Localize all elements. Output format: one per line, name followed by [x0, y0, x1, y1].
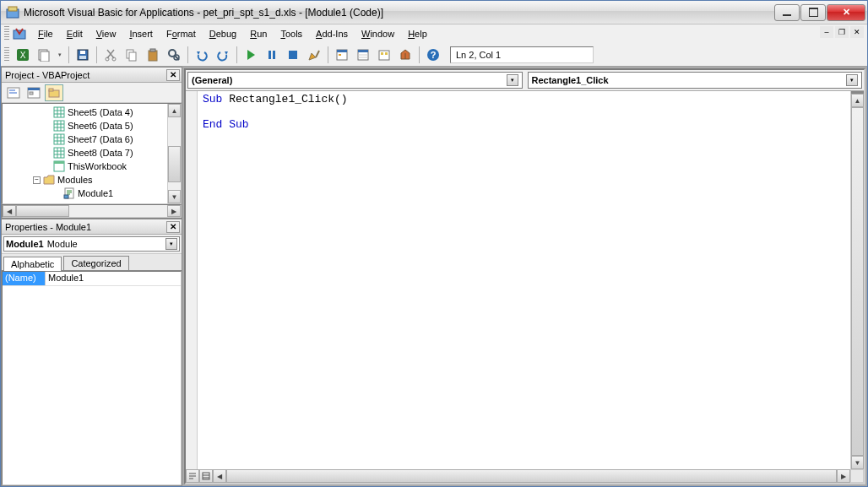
procedure-view-button[interactable] — [186, 469, 199, 483]
svg-rect-31 — [381, 52, 383, 55]
properties-panel-close-button[interactable]: ✕ — [166, 221, 180, 233]
size-grip[interactable] — [850, 469, 864, 483]
scroll-track[interactable] — [851, 107, 864, 456]
project-panel-header: Project - VBAProject ✕ — [2, 68, 182, 83]
dropdown-icon[interactable]: ▾ — [165, 238, 177, 250]
project-panel-close-button[interactable]: ✕ — [166, 69, 180, 81]
scroll-left-button[interactable]: ◀ — [3, 205, 16, 217]
redo-button[interactable] — [214, 46, 232, 64]
help-button[interactable]: ? — [424, 46, 442, 64]
menu-debug[interactable]: Debug — [203, 27, 242, 41]
mdi-close-button[interactable]: ✕ — [850, 26, 864, 38]
object-combo[interactable]: (General) ▾ — [187, 72, 523, 89]
menu-run[interactable]: Run — [244, 27, 273, 41]
menu-addins[interactable]: Add-Ins — [310, 27, 354, 41]
mdi-minimize-button[interactable]: – — [820, 26, 833, 38]
object-selector[interactable]: Module1 Module ▾ — [2, 235, 182, 254]
tree-item-sheet8[interactable]: Sheet8 (Data 7) — [4, 146, 167, 160]
project-panel-title: Project - VBAProject — [5, 70, 166, 80]
dropdown-icon[interactable]: ▾ — [507, 74, 518, 86]
tree-item-sheet7[interactable]: Sheet7 (Data 6) — [4, 133, 167, 146]
tree-vertical-scrollbar[interactable]: ▲ ▼ — [167, 104, 181, 203]
menu-file[interactable]: File — [32, 27, 59, 41]
scroll-track[interactable] — [226, 469, 837, 483]
scroll-up-button[interactable]: ▲ — [168, 104, 181, 117]
scroll-right-button[interactable]: ▶ — [167, 205, 181, 217]
tree-item-sheet6[interactable]: Sheet6 (Data 5) — [4, 119, 167, 133]
property-name-value[interactable]: Module1 — [45, 272, 181, 285]
tree-item-modules-folder[interactable]: − Modules — [4, 173, 167, 187]
scroll-up-button[interactable]: ▲ — [851, 94, 864, 107]
scroll-track[interactable] — [16, 205, 167, 217]
paste-button[interactable] — [144, 46, 162, 64]
scroll-thumb[interactable] — [168, 146, 181, 182]
menu-help[interactable]: Help — [402, 27, 433, 41]
tree-horizontal-scrollbar[interactable]: ◀ ▶ — [2, 204, 182, 218]
scroll-down-button[interactable]: ▼ — [168, 190, 181, 203]
code-vertical-scrollbar[interactable]: ▲ ▼ — [850, 91, 864, 469]
tab-categorized[interactable]: Categorized — [63, 256, 128, 270]
menu-edit[interactable]: Edit — [61, 27, 89, 41]
view-code-button[interactable] — [4, 84, 23, 101]
property-row-name[interactable]: (Name) Module1 — [3, 272, 181, 286]
minimize-button[interactable] — [774, 4, 800, 21]
insert-dropdown[interactable]: ▾ — [56, 51, 64, 58]
svg-rect-70 — [64, 195, 68, 198]
view-object-button[interactable] — [24, 84, 43, 101]
svg-rect-65 — [54, 161, 64, 164]
reset-button[interactable] — [284, 46, 302, 64]
svg-rect-8 — [80, 51, 85, 54]
workbook-icon — [53, 160, 65, 172]
scroll-left-button[interactable]: ◀ — [213, 469, 226, 483]
insert-module-button[interactable] — [35, 46, 53, 64]
menu-view[interactable]: View — [90, 27, 122, 41]
close-button[interactable] — [827, 4, 865, 21]
tree-item-thisworkbook[interactable]: ThisWorkbook — [4, 160, 167, 173]
copy-button[interactable] — [122, 46, 141, 64]
grip-icon — [4, 26, 9, 41]
design-mode-button[interactable] — [305, 46, 323, 64]
svg-rect-40 — [28, 88, 40, 90]
procedure-combo[interactable]: Rectangle1_Click ▾ — [528, 72, 863, 89]
object-browser-button[interactable] — [375, 46, 393, 64]
window-title: Microsoft Visual Basic for Applications … — [24, 7, 773, 19]
scroll-thumb[interactable] — [226, 469, 837, 483]
project-explorer-button[interactable] — [333, 46, 351, 64]
find-button[interactable] — [165, 46, 183, 64]
full-module-view-button[interactable] — [199, 469, 213, 483]
view-excel-button[interactable]: X — [14, 46, 32, 64]
tree-item-sheet5[interactable]: Sheet5 (Data 4) — [4, 106, 167, 119]
properties-window-button[interactable] — [354, 46, 372, 64]
mdi-restore-button[interactable]: ❐ — [835, 26, 849, 38]
menu-tools[interactable]: Tools — [274, 27, 308, 41]
break-button[interactable] — [263, 46, 281, 64]
project-tree[interactable]: Sheet5 (Data 4) Sheet6 (Data 5) Sheet7 (… — [3, 104, 167, 203]
tab-alphabetic[interactable]: Alphabetic — [3, 257, 62, 271]
svg-rect-13 — [129, 52, 136, 61]
undo-button[interactable] — [193, 46, 211, 64]
module-icon — [63, 187, 75, 199]
cut-button[interactable] — [101, 46, 120, 64]
menu-window[interactable]: Window — [355, 27, 400, 41]
scroll-thumb[interactable] — [16, 205, 69, 217]
scroll-track[interactable] — [168, 117, 181, 190]
scroll-right-button[interactable]: ▶ — [837, 469, 850, 483]
collapse-icon[interactable]: − — [33, 176, 41, 184]
toggle-folders-button[interactable] — [45, 84, 63, 101]
svg-rect-20 — [273, 51, 275, 59]
menu-insert[interactable]: Insert — [123, 27, 159, 41]
scroll-thumb[interactable] — [851, 107, 864, 456]
scroll-down-button[interactable]: ▼ — [851, 456, 864, 469]
menubar-app-icon[interactable] — [13, 27, 26, 41]
maximize-button[interactable] — [800, 4, 826, 21]
run-button[interactable] — [241, 46, 260, 64]
code-margin[interactable] — [186, 91, 198, 469]
save-button[interactable] — [73, 46, 92, 64]
code-editor[interactable]: Sub Rectangle1_Click() End Sub — [198, 91, 850, 469]
menu-format[interactable]: Format — [160, 27, 202, 41]
toolbox-button[interactable] — [396, 46, 415, 64]
dropdown-icon[interactable]: ▾ — [846, 74, 858, 86]
tree-item-module1[interactable]: Module1 — [4, 187, 167, 200]
properties-grid[interactable]: (Name) Module1 — [2, 271, 182, 485]
svg-rect-1 — [8, 7, 17, 11]
